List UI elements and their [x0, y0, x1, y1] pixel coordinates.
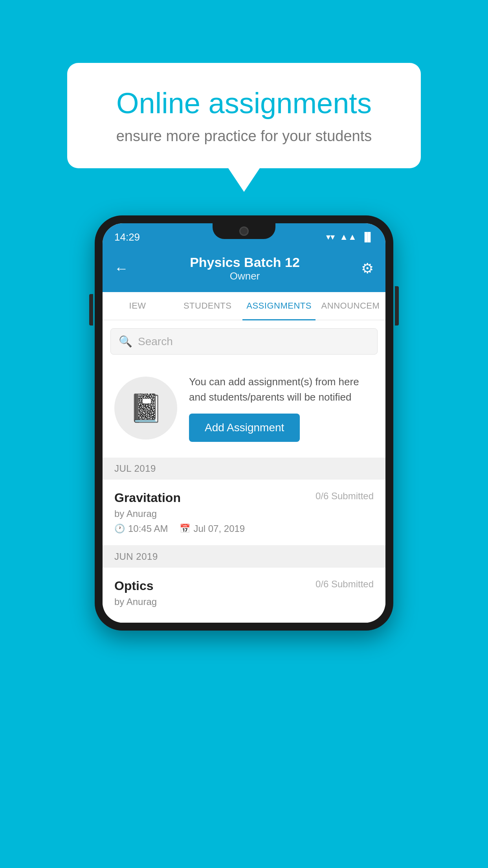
assignment-item-gravitation[interactable]: Gravitation 0/6 Submitted by Anurag 🕐 10… [103, 480, 385, 546]
promo-right: You can add assignment(s) from here and … [189, 374, 374, 442]
assignment-date: 📅 Jul 07, 2019 [180, 523, 245, 534]
battery-icon: ▐▌ [361, 232, 374, 242]
section-header-jul-2019: JUL 2019 [103, 458, 385, 480]
speech-bubble-tail [228, 168, 260, 192]
clock-icon: 🕐 [114, 524, 125, 534]
tab-students[interactable]: STUDENTS [172, 292, 242, 320]
submitted-badge: 0/6 Submitted [316, 491, 374, 502]
header-title-group: Physics Batch 12 Owner [190, 255, 300, 282]
phone-container: 14:29 ▾▾ ▲▲ ▐▌ ← Physics Batch 12 Owner … [95, 215, 393, 631]
phone-notch [213, 223, 275, 239]
status-time: 14:29 [114, 231, 140, 243]
header-subtitle: Owner [190, 270, 300, 282]
back-button[interactable]: ← [114, 260, 128, 277]
app-header: ← Physics Batch 12 Owner ⚙ [103, 247, 385, 292]
assignment-time: 🕐 10:45 AM [114, 523, 168, 534]
assignment-item-optics[interactable]: Optics 0/6 Submitted by Anurag [103, 568, 385, 623]
speech-bubble-title: Online assignments [95, 86, 393, 120]
notebook-icon-circle: 📓 [114, 377, 177, 440]
signal-icon: ▲▲ [339, 232, 357, 242]
submitted-badge-optics: 0/6 Submitted [316, 579, 374, 590]
add-assignment-promo: 📓 You can add assignment(s) from here an… [103, 362, 385, 458]
add-assignment-button[interactable]: Add Assignment [189, 414, 300, 442]
promo-text: You can add assignment(s) from here and … [189, 374, 374, 405]
calendar-icon: 📅 [180, 524, 190, 534]
wifi-icon: ▾▾ [326, 232, 335, 242]
assignment-top-row: Gravitation 0/6 Submitted [114, 491, 374, 505]
phone-camera [239, 226, 249, 236]
speech-bubble-container: Online assignments ensure more practice … [67, 63, 421, 192]
search-bar: 🔍 Search [103, 320, 385, 362]
assignment-by-optics: by Anurag [114, 596, 374, 607]
phone-inner: 14:29 ▾▾ ▲▲ ▐▌ ← Physics Batch 12 Owner … [103, 223, 385, 623]
section-header-jun-2019: JUN 2019 [103, 546, 385, 568]
notebook-icon: 📓 [129, 392, 163, 424]
header-title: Physics Batch 12 [190, 255, 300, 270]
tab-overview[interactable]: IEW [103, 292, 172, 320]
assignment-title-optics: Optics [114, 579, 154, 593]
speech-bubble-subtitle: ensure more practice for your students [95, 128, 393, 145]
assignment-title: Gravitation [114, 491, 181, 505]
search-placeholder: Search [138, 335, 173, 348]
tab-assignments[interactable]: ASSIGNMENTS [242, 292, 316, 320]
assignment-top-row-optics: Optics 0/6 Submitted [114, 579, 374, 593]
search-input-wrapper[interactable]: 🔍 Search [110, 328, 378, 355]
phone-outer: 14:29 ▾▾ ▲▲ ▐▌ ← Physics Batch 12 Owner … [95, 215, 393, 631]
settings-button[interactable]: ⚙ [361, 260, 374, 277]
assignment-meta: 🕐 10:45 AM 📅 Jul 07, 2019 [114, 523, 374, 534]
search-icon: 🔍 [119, 335, 132, 348]
tabs-bar: IEW STUDENTS ASSIGNMENTS ANNOUNCEM [103, 292, 385, 320]
tab-announcements[interactable]: ANNOUNCEM [316, 292, 385, 320]
status-icons: ▾▾ ▲▲ ▐▌ [326, 232, 374, 242]
speech-bubble: Online assignments ensure more practice … [67, 63, 421, 168]
assignment-by: by Anurag [114, 508, 374, 519]
